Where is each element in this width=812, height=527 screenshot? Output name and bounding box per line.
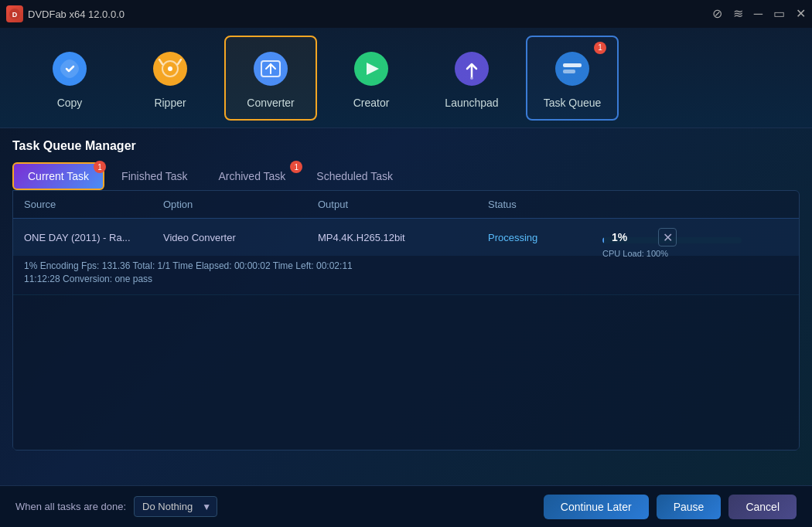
tab-archived[interactable]: Archived Task 1 [204, 164, 299, 189]
task-progress-pct: 1% [612, 231, 658, 243]
col-status: Status [488, 199, 612, 210]
task-panel: Source Option Output Status ONE DAY (201… [12, 190, 800, 450]
bottombar-right: Continue Later Pause Cancel [544, 495, 797, 519]
task-output: MP4.4K.H265.12bit [318, 232, 488, 243]
nav-label-copy: Copy [57, 97, 83, 109]
col-actions [612, 199, 788, 210]
bottombar-left: When all tasks are done: Do Nothing Shut… [15, 496, 217, 517]
creator-icon [350, 47, 393, 90]
task-option: Video Converter [163, 232, 318, 243]
current-task-badge: 1 [94, 161, 106, 173]
task-detail-line1: 1% Encoding Fps: 131.36 Total: 1/1 Time … [24, 260, 788, 271]
svg-text:D: D [12, 11, 18, 19]
titlebar-left: D DVDFab x64 12.0.0.0 [6, 5, 125, 22]
maximize-button[interactable]: ▭ [773, 8, 785, 20]
bottombar-label: When all tasks are done: [15, 501, 126, 512]
tab-current[interactable]: Current Task 1 [12, 162, 104, 190]
nav-label-ripper: Ripper [154, 97, 186, 109]
task-queue-badge: 1 [594, 42, 606, 54]
titlebar: D DVDFab x64 12.0.0.0 ⊘ ≋ ─ ▭ ✕ [0, 0, 812, 28]
task-queue-icon [551, 47, 594, 90]
task-row-detail: CPU Load: 100% 1% Encoding Fps: 131.36 T… [13, 256, 799, 294]
svg-point-12 [555, 52, 589, 86]
svg-rect-13 [563, 63, 582, 67]
converter-icon [249, 47, 292, 90]
svg-point-11 [470, 76, 473, 80]
archived-task-badge: 1 [290, 161, 302, 173]
tab-scheduled[interactable]: Scheduled Task [302, 164, 407, 189]
app-title: DVDFab x64 12.0.0.0 [28, 8, 125, 20]
empty-task-area [13, 295, 799, 450]
main-content: Task Queue Manager Current Task 1 Finish… [0, 128, 812, 461]
col-option: Option [163, 199, 318, 210]
nav-item-ripper[interactable]: Ripper [124, 36, 217, 121]
launchpad-icon [450, 47, 493, 90]
task-close-button[interactable]: ✕ [658, 228, 677, 246]
nav-item-copy[interactable]: Copy [23, 36, 116, 121]
col-output: Output [318, 199, 488, 210]
nav-label-creator: Creator [353, 97, 390, 109]
nav-item-creator[interactable]: Creator [325, 36, 418, 121]
task-detail-line2: 11:12:28 Conversion: one pass [24, 274, 788, 284]
continue-later-button[interactable]: Continue Later [544, 495, 649, 519]
nav-label-task-queue: Task Queue [544, 97, 602, 109]
nav-label-launchpad: Launchpad [445, 97, 498, 109]
col-source: Source [24, 199, 163, 210]
svg-rect-14 [563, 70, 575, 73]
help-icon[interactable]: ⊘ [712, 8, 722, 20]
tabs-container: Current Task 1 Finished Task Archived Ta… [12, 162, 800, 190]
navbar: Copy Ripper [0, 28, 812, 128]
wifi-icon[interactable]: ≋ [733, 8, 743, 20]
close-button[interactable]: ✕ [796, 8, 806, 20]
table-header: Source Option Output Status [13, 191, 799, 219]
dropdown-wrapper[interactable]: Do Nothing Shut Down Hibernate Sleep ▼ [134, 496, 217, 517]
cancel-button[interactable]: Cancel [728, 495, 797, 519]
nav-item-converter[interactable]: Converter [224, 36, 317, 121]
cpu-load-label: CPU Load: 100% [602, 249, 742, 258]
pause-button[interactable]: Pause [657, 495, 722, 519]
minimize-button[interactable]: ─ [754, 8, 763, 20]
task-source: ONE DAY (2011) - Ra... [24, 232, 163, 243]
titlebar-controls[interactable]: ⊘ ≋ ─ ▭ ✕ [712, 8, 806, 20]
when-done-select[interactable]: Do Nothing Shut Down Hibernate Sleep [134, 496, 217, 517]
svg-point-5 [168, 66, 172, 71]
nav-item-task-queue[interactable]: 1 Task Queue [526, 36, 619, 121]
bottombar: When all tasks are done: Do Nothing Shut… [0, 485, 812, 527]
nav-label-converter: Converter [247, 97, 294, 109]
ripper-icon [148, 47, 192, 90]
section-title: Task Queue Manager [12, 139, 800, 153]
copy-icon [48, 47, 91, 90]
task-status: Processing [488, 232, 612, 243]
nav-item-launchpad[interactable]: Launchpad [425, 36, 518, 121]
tab-finished[interactable]: Finished Task [107, 164, 201, 189]
app-logo: D [6, 5, 23, 22]
table-row: ONE DAY (2011) - Ra... Video Converter M… [13, 219, 799, 295]
